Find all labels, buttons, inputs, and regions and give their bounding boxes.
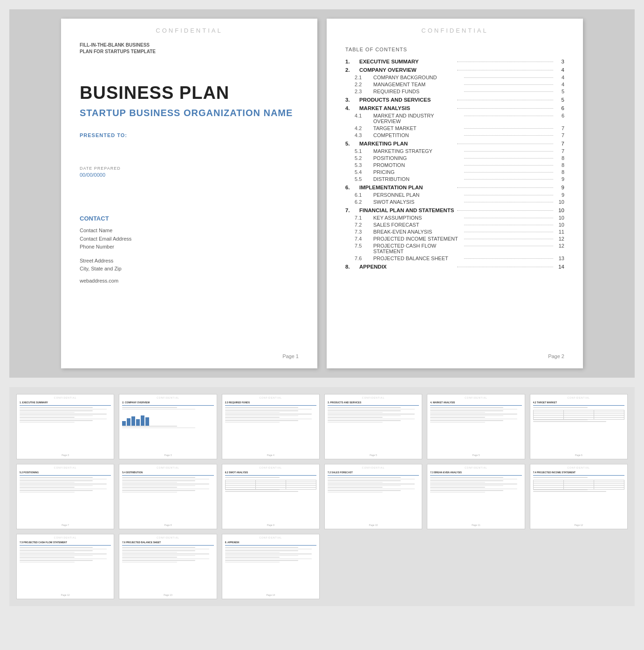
toc-item: 2.2MANAGEMENT TEAM4 [345, 82, 564, 87]
thumb-blue-line [20, 545, 111, 546]
thumb-content: 2. COMPANY OVERVIEW [122, 401, 213, 428]
thumbnail-page[interactable]: CONFIDENTIAL 7.6 PROJECTED BALANCE SHEET [119, 534, 217, 599]
thumb-content: 4.2 TARGET MARKET [533, 401, 624, 422]
contact-city: City, State and Zip [80, 265, 299, 273]
org-name: STARTUP BUSINESS ORGANIZATION NAME [80, 108, 299, 118]
thumb-confidential: CONFIDENTIAL [119, 536, 216, 539]
thumb-title: 3. PRODUCTS AND SERVICES [328, 401, 419, 404]
thumb-title: 1. EXECUTIVE SUMMARY [20, 401, 111, 404]
contact-email: Contact Email Address [80, 235, 299, 243]
thumbnail-page[interactable]: CONFIDENTIAL 3. PRODUCTS AND SERVICES [324, 394, 422, 459]
contact-title: CONTACT [80, 215, 299, 222]
thumb-confidential: CONFIDENTIAL [119, 396, 216, 399]
thumb-blue-line [533, 405, 624, 406]
page-1: CONFIDENTIAL FILL-IN-THE-BLANK BUSINESS … [61, 19, 317, 368]
toc-item: 7.4PROJECTED INCOME STATEMENT12 [345, 236, 564, 242]
toc-item: 7.6PROJECTED BALANCE SHEET13 [345, 256, 564, 261]
thumbnail-page[interactable]: CONFIDENTIAL 7.5 PROJECTED CASH FLOW STA… [16, 534, 114, 599]
thumb-content: 3. PRODUCTS AND SERVICES [328, 401, 419, 422]
contact-web: webaddress.com [80, 278, 299, 284]
thumbnail-page[interactable]: CONFIDENTIAL 8. APPENDIX Page 14 [222, 534, 320, 599]
toc-item: 3.PRODUCTS AND SERVICES5 [345, 97, 564, 103]
thumb-page-num: Page 12 [17, 594, 114, 596]
thumb-content: 8. APPENDIX [225, 541, 316, 562]
thumb-content: 5.2 POSITIONING [20, 471, 111, 492]
contact-section: CONTACT Contact Name Contact Email Addre… [80, 215, 299, 284]
thumb-title: 4.2 TARGET MARKET [533, 401, 624, 404]
thumbnail-page[interactable]: CONFIDENTIAL 4.2 TARGET MARKET [530, 394, 628, 459]
thumb-chart [122, 412, 213, 426]
thumb-confidential: CONFIDENTIAL [530, 466, 627, 469]
page1-number: Page 1 [282, 353, 299, 359]
thumb-content: 2.3 REQUIRED FUNDS [225, 401, 316, 422]
thumbnail-page[interactable]: CONFIDENTIAL 6.2 SWOT ANALYSIS [222, 464, 320, 529]
toc-item: 5.4PRICING8 [345, 169, 564, 175]
thumb-confidential: CONFIDENTIAL [17, 536, 114, 539]
thumbnail-page[interactable]: CONFIDENTIAL 7.2 SALES FORECAST Pag [324, 464, 422, 529]
address-block: Street Address City, State and Zip [80, 257, 299, 273]
date-value: 00/00/0000 [80, 172, 299, 178]
toc-item: 7.FINANCIAL PLAN AND STATEMENTS10 [345, 207, 564, 213]
thumbnail-page[interactable]: CONFIDENTIAL 7.3 BREAK-EVEN ANALYSIS [427, 464, 525, 529]
thumb-blue-line [328, 475, 419, 476]
thumb-table [533, 480, 624, 490]
thumb-blue-line [533, 475, 624, 476]
toc-item: 5.3PROMOTION8 [345, 162, 564, 168]
contact-address: Street Address [80, 257, 299, 265]
thumb-blue-line [430, 475, 521, 476]
thumb-blue-line [122, 475, 213, 476]
thumbnail-page[interactable]: CONFIDENTIAL 1. EXECUTIVE SUMMARY P [16, 394, 114, 459]
thumbnail-page[interactable]: CONFIDENTIAL 5.2 POSITIONING Page 7 [16, 464, 114, 529]
thumb-confidential: CONFIDENTIAL [325, 466, 422, 469]
thumb-page-num: Page 11 [427, 524, 524, 526]
toc-item: 2.COMPANY OVERVIEW4 [345, 67, 564, 73]
thumb-title: 5.2 POSITIONING [20, 471, 111, 474]
thumb-table [533, 410, 624, 420]
toc-item: 8.APPENDIX14 [345, 264, 564, 270]
main-pages-container: CONFIDENTIAL FILL-IN-THE-BLANK BUSINESS … [9, 9, 635, 378]
toc-item: 7.5PROJECTED CASH FLOW STATEMENT12 [345, 243, 564, 254]
toc-item: 5.5DISTRIBUTION9 [345, 176, 564, 182]
toc-item: 2.3REQUIRED FUNDS5 [345, 89, 564, 94]
toc-item: 7.3BREAK-EVEN ANALYSIS11 [345, 229, 564, 235]
thumb-confidential: CONFIDENTIAL [427, 396, 524, 399]
toc-item: 6.IMPLEMENTATION PLAN9 [345, 185, 564, 190]
thumbnail-page[interactable]: CONFIDENTIAL 5.4 DISTRIBUTION Page [119, 464, 217, 529]
thumb-blue-line [225, 405, 316, 406]
page2-number: Page 2 [548, 353, 564, 359]
thumb-blue-line [430, 405, 521, 406]
thumb-page-num: Page 3 [119, 454, 216, 456]
thumb-title: 8. APPENDIX [225, 541, 316, 544]
thumb-page-num: Page 5 [427, 454, 524, 456]
thumb-page-num: Page 12 [530, 524, 627, 526]
thumb-blue-line [20, 475, 111, 476]
thumb-page-num: Page 3 [17, 454, 114, 456]
thumb-confidential: CONFIDENTIAL [530, 396, 627, 399]
date-label: DATE PREPARED [80, 166, 299, 171]
presented-to-label: PRESENTED TO: [80, 132, 299, 138]
toc-item: 5.MARKETING PLAN7 [345, 141, 564, 146]
thumbnail-page[interactable]: CONFIDENTIAL 7.4 PROJECTED INCOME STATEM… [530, 464, 628, 529]
toc-item: 6.2SWOT ANALYSIS10 [345, 199, 564, 205]
thumbnail-grid: CONFIDENTIAL 1. EXECUTIVE SUMMARY P [9, 387, 635, 606]
thumb-content: 7.5 PROJECTED CASH FLOW STATEMENT [20, 541, 111, 562]
contact-phone: Phone Number [80, 243, 299, 251]
toc-list: 1.EXECUTIVE SUMMARY32.COMPANY OVERVIEW42… [345, 59, 564, 270]
toc-item: 4.1MARKET AND INDUSTRY OVERVIEW6 [345, 113, 564, 124]
toc-item: 5.2POSITIONING8 [345, 155, 564, 161]
confidential-watermark-2: CONFIDENTIAL [327, 27, 583, 34]
thumbnail-page[interactable]: CONFIDENTIAL 2.3 REQUIRED FUNDS Pag [222, 394, 320, 459]
thumb-content: 5.4 DISTRIBUTION [122, 471, 213, 492]
thumb-confidential: CONFIDENTIAL [222, 536, 319, 539]
thumb-title: 7.2 SALES FORECAST [328, 471, 419, 474]
thumb-content: 7.3 BREAK-EVEN ANALYSIS [430, 471, 521, 492]
thumbnail-page[interactable]: CONFIDENTIAL 2. COMPANY OVERVIEW [119, 394, 217, 459]
thumb-content: 7.4 PROJECTED INCOME STATEMENT [533, 471, 624, 492]
thumb-blue-line [225, 545, 316, 546]
toc-item: 1.EXECUTIVE SUMMARY3 [345, 59, 564, 64]
toc-item: 5.1MARKETING STRATEGY7 [345, 148, 564, 154]
thumbnail-page[interactable]: CONFIDENTIAL 4. MARKET ANALYSIS Pag [427, 394, 525, 459]
thumb-confidential: CONFIDENTIAL [119, 466, 216, 469]
thumb-page-num: Page 9 [222, 524, 319, 526]
fill-in-label: FILL-IN-THE-BLANK BUSINESS PLAN FOR STAR… [80, 42, 299, 55]
